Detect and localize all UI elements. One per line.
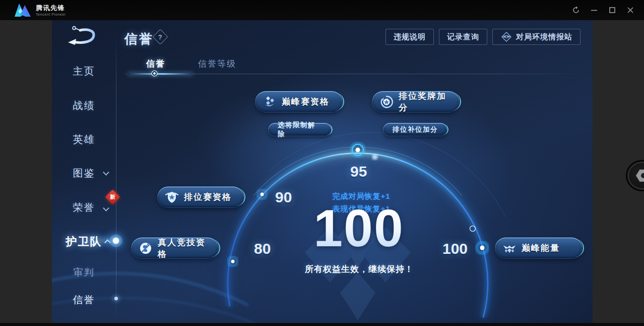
bottom-bar [0,323,644,326]
page-title: 信誉 [124,30,154,48]
sidebar-item-heroes[interactable]: 英雄 [52,133,116,146]
record-query-button[interactable]: 记录查询 [439,29,487,45]
rank-medal-bonus-pill[interactable]: 排位奖牌加分 [372,91,459,112]
shield-star-icon [165,190,179,204]
hexagon-icon [636,170,644,182]
credit-score: 100 [283,202,434,254]
game-content: 主页 战绩 英雄 图鉴 荣誉 新 护卫队 审判 信誉 信誉 ? 违规说明 记录查 [52,20,593,323]
guard-team-indicator-dot [113,238,119,244]
app-name: 腾讯先锋 [36,5,66,11]
chevron-down-icon [103,169,109,176]
tab-credit-level[interactable]: 信誉等级 [198,58,236,70]
rank-fill-bonus-pill[interactable]: 排位补位加分 [383,123,447,136]
credit-indicator-dot [114,297,118,300]
app-subtitle: Tencent Pioneer [36,13,66,16]
gauge-marker-100 [477,242,488,253]
sidebar-item-credit[interactable]: 信誉 [52,293,116,307]
gauge-marker-95 [351,143,364,156]
window-controls [570,0,636,20]
gauge-hollow-dot [470,226,476,232]
tencent-pioneer-logo-icon [14,3,32,18]
app-logo: 腾讯先锋 Tencent Pioneer [14,3,66,18]
back-swoosh-icon [64,25,100,48]
tick-100: 100 [442,240,468,257]
minimize-icon[interactable] [589,5,600,16]
tick-95: 95 [350,163,367,180]
letterbox-left [0,20,52,323]
close-icon[interactable] [625,5,636,16]
app-window: 腾讯先锋 Tencent Pioneer [0,0,644,326]
gauge-marker-80 [228,257,237,266]
diamond-cluster-icon [263,95,277,109]
tab-active-indicator [127,73,193,75]
gauge-dot-aux [372,154,378,160]
violation-info-button[interactable]: 违规说明 [385,29,434,45]
winged-diamond-icon [502,241,517,255]
titlebar: 腾讯先锋 Tencent Pioneer [0,0,644,20]
sidebar-item-home[interactable]: 主页 [52,65,116,78]
sidebar-item-gallery[interactable]: 图鉴 [52,167,116,180]
ranked-qualification-pill[interactable]: 排位赛资格 [158,187,243,207]
maximize-icon[interactable] [607,5,618,16]
no-bot-icon [139,241,153,255]
human-competition-qualification-pill[interactable]: 真人竞技资格 [132,238,218,258]
sidebar-item-judgment[interactable]: 审判 [52,266,116,279]
back-button[interactable] [64,25,100,48]
sidebar-divider [116,30,116,323]
gauge-marker-90 [257,190,267,199]
status-message: 所有权益生效，继续保持！ [284,263,435,275]
medal-star-icon [379,95,394,109]
tab-underline [124,74,583,74]
chevron-down-icon [103,205,109,211]
sidebar-item-honor[interactable]: 荣誉 [52,201,116,214]
match-environment-station-button[interactable]: 对局环境情报站 [492,29,581,45]
peak-energy-pill[interactable]: 巅峰能量 [495,238,582,258]
refresh-icon[interactable] [570,5,582,16]
tick-80: 80 [254,240,271,257]
tab-credit[interactable]: 信誉 [146,58,165,70]
sidebar-item-guard-team[interactable]: 护卫队 [52,234,116,249]
peak-tournament-qualification-pill[interactable]: 巅峰赛资格 [255,91,342,112]
wing-badge-icon [500,32,512,42]
sidebar-item-records[interactable]: 战绩 [52,99,116,113]
help-icon[interactable]: ? [152,29,168,44]
tab-active-indicator-dot [152,71,157,76]
hero-pick-unlock-pill[interactable]: 选将限制解除 [269,123,331,136]
header-actions: 违规说明 记录查询 对局环境情报站 [385,29,581,45]
